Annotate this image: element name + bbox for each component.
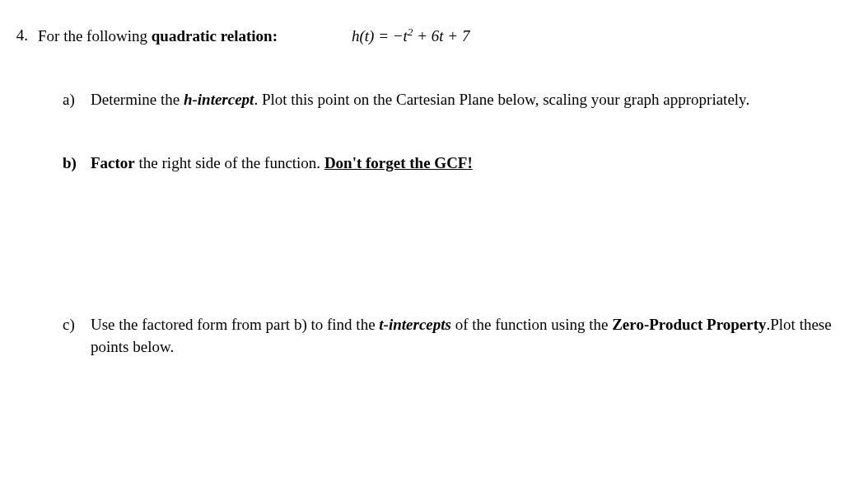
part-a-bold: h-intercept — [184, 91, 254, 108]
subpart-c: c) Use the factored form from part b) to… — [63, 314, 843, 358]
part-a-pre: Determine the — [91, 91, 184, 108]
part-c-zero-product: Zero-Product Property — [612, 316, 766, 333]
part-c-tintercepts: t-intercepts — [379, 316, 451, 333]
problem-body: For the following quadratic relation: h(… — [38, 25, 843, 399]
equation-exponent: 2 — [408, 26, 413, 38]
equation-lhs: h(t) = — [352, 27, 393, 45]
part-c-pre: Use the factored form from part b) to fi… — [91, 316, 379, 333]
subpart-a-body: Determine the h-intercept. Plot this poi… — [91, 89, 843, 111]
subpart-a-label: a) — [63, 89, 81, 111]
subpart-b: b) Factor the right side of the function… — [63, 152, 843, 175]
subpart-c-body: Use the factored form from part b) to fi… — [91, 314, 843, 358]
equation-neg-t: −t — [393, 27, 408, 45]
intro-bold: quadratic relation: — [152, 27, 278, 45]
subpart-c-label: c) — [63, 314, 81, 358]
equation-rest: + 6t + 7 — [413, 27, 470, 45]
part-a-post: . Plot this point on the Cartesian Plane… — [254, 91, 749, 108]
problem-number: 4. — [8, 25, 28, 399]
intro-pre: For the following — [38, 27, 152, 45]
part-c-mid: of the function using the — [451, 316, 612, 333]
subpart-b-label: b) — [63, 152, 81, 175]
subpart-b-body: Factor the right side of the function. D… — [91, 152, 843, 175]
problem-intro: For the following quadratic relation: — [38, 26, 278, 48]
equation: h(t) = −t2 + 6t + 7 — [352, 25, 469, 48]
problem-4: 4. For the following quadratic relation:… — [8, 25, 843, 399]
part-b-gcf: Don't forget the GCF! — [324, 154, 473, 171]
part-b-factor: Factor — [91, 154, 135, 171]
problem-header: For the following quadratic relation: h(… — [38, 25, 843, 48]
subpart-a: a) Determine the h-intercept. Plot this … — [63, 89, 843, 111]
part-b-mid: the right side of the function. — [135, 154, 324, 171]
